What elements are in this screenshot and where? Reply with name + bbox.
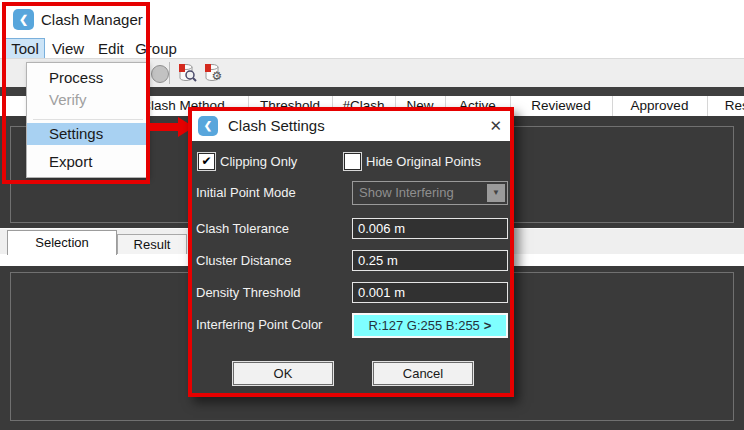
dialog-title-bar: ❮ Clash Settings ✕ (192, 111, 510, 141)
clash-tolerance-input[interactable]: 0.006 m (352, 218, 508, 239)
interfering-color-button[interactable]: R:127 G:255 B:255> (352, 313, 508, 338)
ok-button[interactable]: OK (233, 362, 333, 385)
globe-icon[interactable] (151, 65, 169, 83)
density-threshold-input[interactable]: 0.001 m (352, 282, 508, 303)
clipping-only-label: Clipping Only (220, 154, 297, 170)
checkmark-icon: ✔ (201, 154, 211, 168)
initial-point-mode-dropdown[interactable]: Show Interfering ▼ (352, 181, 508, 205)
cluster-distance-input[interactable]: 0.25 m (352, 250, 508, 271)
dialog-app-icon: ❮ (198, 116, 218, 136)
cancel-button[interactable]: Cancel (373, 362, 473, 385)
svg-text:⚙: ⚙ (212, 69, 223, 83)
cluster-distance-label: Cluster Distance (196, 253, 291, 269)
clash-manager-window: ❮ Clash Manager Tool View Edit Group ⚙ C… (0, 0, 744, 430)
header-separator (707, 96, 708, 116)
clash-settings-dialog: ❮ Clash Settings ✕ ✔ Clipping Only Hide … (188, 107, 514, 397)
header-separator (612, 96, 613, 116)
initial-point-mode-label: Initial Point Mode (196, 185, 296, 201)
chevron-right-icon: > (484, 318, 492, 333)
color-value: R:127 G:255 B:255 (369, 318, 480, 333)
search-clash-icon[interactable] (176, 62, 198, 84)
toolbar-separator (169, 62, 170, 84)
header-approved[interactable]: Approved (612, 96, 707, 116)
clash-tolerance-label: Clash Tolerance (196, 221, 289, 237)
interfering-point-color-label: Interfering Point Color (196, 317, 322, 333)
header-resolved[interactable]: Resolved (707, 96, 744, 116)
dialog-title: Clash Settings (228, 111, 325, 141)
hide-original-points-checkbox[interactable] (344, 153, 361, 170)
header-reviewed[interactable]: Reviewed (510, 96, 612, 116)
close-icon[interactable]: ✕ (489, 111, 502, 141)
tab-result[interactable]: Result (117, 234, 187, 255)
hide-original-points-label: Hide Original Points (366, 154, 481, 170)
tab-selection[interactable]: Selection (7, 230, 117, 255)
clash-settings-icon[interactable]: ⚙ (202, 62, 224, 84)
chevron-down-icon[interactable]: ▼ (487, 184, 505, 202)
annotation-arrow (148, 123, 178, 131)
clipping-only-checkbox[interactable]: ✔ (198, 153, 215, 170)
annotation-rectangle-menu (2, 2, 150, 184)
dropdown-value: Show Interfering (359, 182, 454, 204)
density-threshold-label: Density Threshold (196, 285, 301, 301)
dialog-body: ✔ Clipping Only Hide Original Points Ini… (192, 141, 510, 393)
